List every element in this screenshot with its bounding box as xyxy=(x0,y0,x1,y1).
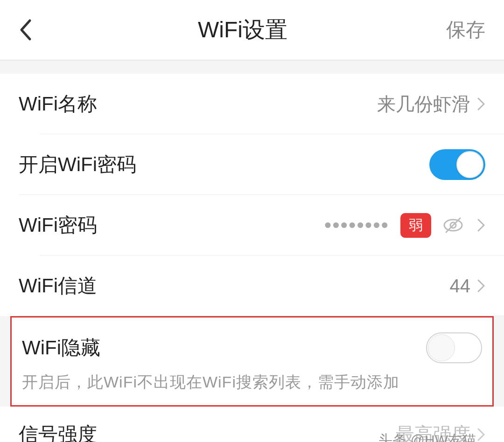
save-button[interactable]: 保存 xyxy=(439,17,485,43)
header: WiFi设置 保存 xyxy=(0,0,504,61)
row-enable-password: 开启WiFi密码 xyxy=(0,134,504,195)
row-password[interactable]: WiFi密码 •••••••• 弱 xyxy=(0,195,504,256)
enable-password-toggle[interactable] xyxy=(429,149,485,180)
row-channel[interactable]: WiFi信道 44 xyxy=(0,256,504,316)
row-wifi-hidden: WiFi隐藏 开启后，此WiFi不出现在WiFi搜索列表，需手动添加 xyxy=(10,316,494,407)
chevron-right-icon xyxy=(477,428,485,442)
chevron-right-icon xyxy=(477,97,485,111)
section-gap xyxy=(0,61,504,74)
hidden-description: 开启后，此WiFi不出现在WiFi搜索列表，需手动添加 xyxy=(22,372,482,393)
settings-list: WiFi名称 来几份虾滑 开启WiFi密码 WiFi密码 •••••••• 弱 xyxy=(0,74,504,316)
password-label: WiFi密码 xyxy=(19,212,97,238)
chevron-right-icon xyxy=(477,218,485,232)
password-strength-badge: 弱 xyxy=(400,213,431,238)
wifi-name-label: WiFi名称 xyxy=(19,91,97,117)
channel-label: WiFi信道 xyxy=(19,273,97,299)
chevron-left-icon xyxy=(19,19,32,41)
chevron-right-icon xyxy=(477,279,485,293)
back-button[interactable] xyxy=(19,19,47,41)
page-title: WiFi设置 xyxy=(47,15,439,45)
channel-value: 44 xyxy=(450,276,471,297)
watermark: 头条 @HW友猫 xyxy=(378,431,476,442)
hidden-label: WiFi隐藏 xyxy=(22,335,100,361)
row-signal-strength[interactable]: 信号强度 最高强度 头条 @HW友猫 xyxy=(0,407,504,442)
signal-label: 信号强度 xyxy=(19,421,97,442)
row-wifi-name[interactable]: WiFi名称 来几份虾滑 xyxy=(0,74,504,134)
password-masked: •••••••• xyxy=(324,215,389,235)
wifi-name-value: 来几份虾滑 xyxy=(377,91,470,117)
eye-off-icon[interactable] xyxy=(442,214,464,236)
hidden-toggle[interactable] xyxy=(426,332,482,363)
enable-password-label: 开启WiFi密码 xyxy=(19,152,136,178)
